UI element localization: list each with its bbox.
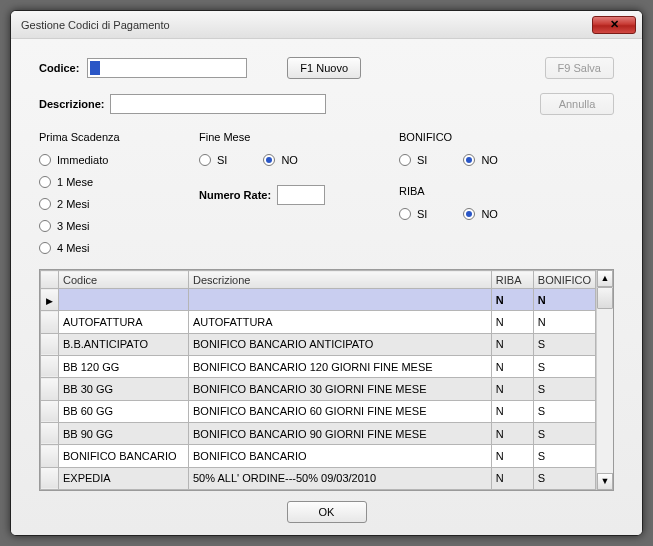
table-row[interactable]: ▶NN [41,289,596,311]
cell-codice: BB 90 GG [59,422,189,444]
table-row[interactable]: BB 60 GGBONIFICO BANCARIO 60 GIORNI FINE… [41,400,596,422]
numero-rate-row: Numero Rate: [199,185,399,205]
cell-riba: N [491,378,533,400]
prima-scadenza-option[interactable]: Immediato [39,149,199,171]
cell-codice [59,289,189,311]
scroll-down-button[interactable]: ▼ [597,473,613,490]
radio-icon [463,208,475,220]
row-gutter [41,445,59,467]
annulla-button[interactable]: Annulla [540,93,614,115]
cell-riba: N [491,289,533,311]
prima-scadenza-option[interactable]: 4 Mesi [39,237,199,259]
cell-descrizione: BONIFICO BANCARIO ANTICIPATO [189,333,492,355]
row-gutter [41,311,59,333]
cell-descrizione [189,289,492,311]
chevron-down-icon: ▼ [601,477,610,486]
scroll-thumb[interactable] [597,287,613,309]
selection-caret [90,61,100,75]
bonifico-options: SI NO [399,149,614,171]
riba-si[interactable]: SI [399,203,427,225]
cell-bonifico: S [533,422,595,444]
numero-rate-label: Numero Rate: [199,189,271,201]
radio-icon [39,242,51,254]
ok-button[interactable]: OK [287,501,367,523]
cell-codice: AUTOFATTURA [59,311,189,333]
col-bonifico[interactable]: BONIFICO [533,271,595,289]
prima-scadenza-option[interactable]: 3 Mesi [39,215,199,237]
cell-riba: N [491,311,533,333]
riba-title: RIBA [399,185,614,197]
radio-icon [399,154,411,166]
cell-riba: N [491,422,533,444]
bonifico-title: BONIFICO [399,131,614,143]
table-row[interactable]: AUTOFATTURAAUTOFATTURANN [41,311,596,333]
col-descrizione[interactable]: Descrizione [189,271,492,289]
radio-icon [399,208,411,220]
cell-codice: BB 30 GG [59,378,189,400]
table-row[interactable]: BONIFICO BANCARIOBONIFICO BANCARIONS [41,445,596,467]
table-row[interactable]: BB 90 GGBONIFICO BANCARIO 90 GIORNI FINE… [41,422,596,444]
row-gutter [41,400,59,422]
col-riba[interactable]: RIBA [491,271,533,289]
cell-codice: B.B.ANTICIPATO [59,333,189,355]
cell-descrizione: BONIFICO BANCARIO 90 GIORNI FINE MESE [189,422,492,444]
cell-descrizione: BONIFICO BANCARIO [189,445,492,467]
row-gutter [41,333,59,355]
table-row[interactable]: B.B.ANTICIPATOBONIFICO BANCARIO ANTICIPA… [41,333,596,355]
radio-icon [463,154,475,166]
cell-codice: BB 60 GG [59,400,189,422]
cell-bonifico: N [533,289,595,311]
row-indicator-icon: ▶ [46,296,53,306]
cell-codice: BONIFICO BANCARIO [59,445,189,467]
cell-bonifico: N [533,311,595,333]
cell-riba: N [491,355,533,377]
radio-icon [39,220,51,232]
fine-mese-options: SI NO [199,149,399,171]
prima-scadenza-option[interactable]: 1 Mese [39,171,199,193]
descrizione-row: Descrizione: Annulla [39,93,614,115]
f9-salva-button[interactable]: F9 Salva [545,57,614,79]
grid-gutter-header [41,271,59,289]
cell-bonifico: S [533,467,595,489]
table-row[interactable]: BB 120 GGBONIFICO BANCARIO 120 GIORNI FI… [41,355,596,377]
table-row[interactable]: EXPEDIA50% ALL' ORDINE---50% 09/03/2010N… [41,467,596,489]
cell-bonifico: S [533,445,595,467]
cell-riba: N [491,467,533,489]
codice-row: Codice: F1 Nuovo F9 Salva [39,57,614,79]
fine-mese-si[interactable]: SI [199,149,227,171]
dialog-window: Gestione Codici di Pagamento ✕ Codice: F… [10,10,643,536]
fine-mese-no[interactable]: NO [263,149,298,171]
col-codice[interactable]: Codice [59,271,189,289]
scroll-up-button[interactable]: ▲ [597,270,613,287]
riba-options: SI NO [399,203,614,225]
titlebar: Gestione Codici di Pagamento ✕ [11,11,642,39]
radio-icon [39,176,51,188]
footer: OK [39,491,614,523]
cell-bonifico: S [533,333,595,355]
cell-codice: EXPEDIA [59,467,189,489]
cell-riba: N [491,400,533,422]
riba-no[interactable]: NO [463,203,498,225]
prima-scadenza-option[interactable]: 2 Mesi [39,193,199,215]
numero-rate-input[interactable] [277,185,325,205]
fine-mese-title: Fine Mese [199,131,399,143]
f1-nuovo-button[interactable]: F1 Nuovo [287,57,361,79]
data-grid[interactable]: Codice Descrizione RIBA BONIFICO ▶NNAUTO… [39,269,614,491]
codice-input[interactable] [87,58,247,78]
cell-descrizione: 50% ALL' ORDINE---50% 09/03/2010 [189,467,492,489]
cell-bonifico: S [533,400,595,422]
descrizione-input[interactable] [110,94,326,114]
close-button[interactable]: ✕ [592,16,636,34]
cell-riba: N [491,333,533,355]
cell-descrizione: AUTOFATTURA [189,311,492,333]
radio-icon [199,154,211,166]
bonifico-no[interactable]: NO [463,149,498,171]
descrizione-label: Descrizione: [39,98,104,110]
cell-descrizione: BONIFICO BANCARIO 120 GIORNI FINE MESE [189,355,492,377]
radio-icon [39,154,51,166]
bonifico-si[interactable]: SI [399,149,427,171]
table-row[interactable]: BB 30 GGBONIFICO BANCARIO 30 GIORNI FINE… [41,378,596,400]
scroll-track[interactable] [597,287,613,473]
cell-bonifico: S [533,378,595,400]
vertical-scrollbar[interactable]: ▲ ▼ [596,270,613,490]
